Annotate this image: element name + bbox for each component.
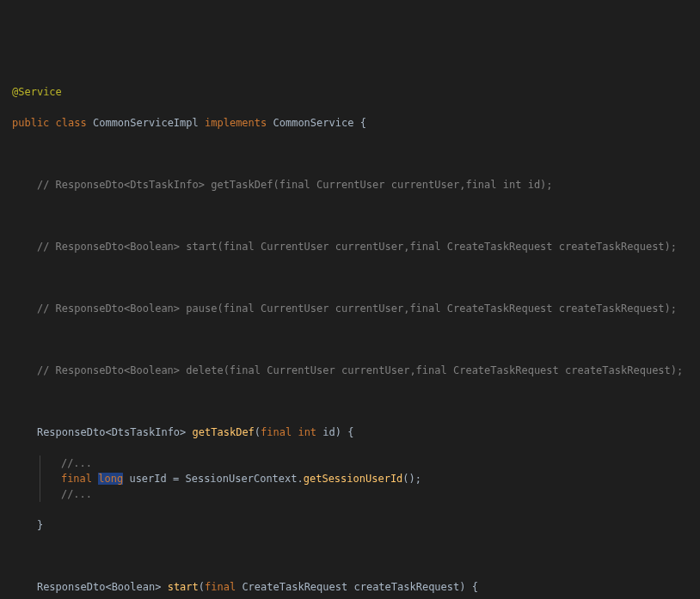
brace: { [360,117,366,129]
code-line: ResponseDto<Boolean> start(final CreateT… [12,579,688,595]
comment-line: // ResponseDto<DtsTaskInfo> getTaskDef(f… [37,179,553,191]
code-line: // ResponseDto<Boolean> delete(final Cur… [12,363,688,378]
brace: { [472,581,478,593]
type-boolean: Boolean [112,581,156,593]
angle-open: < [105,581,111,593]
keyword-final: final [261,426,292,438]
comment-line: // ResponseDto<Boolean> pause(final Curr… [37,303,677,315]
keyword-implements: implements [205,117,267,129]
keyword-class: class [56,117,87,129]
class-name: CommonServiceImpl [93,117,199,129]
keyword-long: long [98,473,123,485]
comment-line: //... [61,457,92,469]
param-id: id [322,426,335,438]
parens: () [402,473,414,485]
indent-guide: //... final long userId = SessionUserCon… [40,455,421,502]
code-line: ResponseDto<DtsTaskInfo> getTaskDef(fina… [12,425,688,440]
semicolon: ; [415,473,421,485]
var-userid: userId [129,473,166,485]
brace: } [37,519,43,531]
type-sessionusercontext: SessionUserContext [185,473,297,485]
paren: ) [335,426,341,438]
type-responsedto: ResponseDto [37,426,105,438]
code-line [12,270,688,285]
keyword-final: final [61,473,92,485]
dot: . [298,473,304,485]
angle-close: > [155,581,161,593]
type-createtaskrequest: CreateTaskRequest [242,581,347,593]
param-createtaskrequest: createTaskRequest [353,581,459,593]
keyword-final: final [205,581,236,593]
code-line: // ResponseDto<DtsTaskInfo> getTaskDef(f… [12,177,688,193]
comment-line: // ResponseDto<Boolean> start(final Curr… [37,241,677,253]
paren: ( [255,426,261,438]
keyword-public: public [12,117,49,129]
method-getsessionuserid: getSessionUserId [304,473,403,485]
paren: ( [199,581,205,593]
code-line [12,146,688,162]
brace: { [347,426,353,438]
equals: = [173,473,179,485]
comment-line: // ResponseDto<Boolean> delete(final Cur… [37,364,683,376]
code-line: @Service [12,84,688,100]
code-line [12,394,688,409]
annotation-name: Service [18,86,62,98]
comment-line: //... [61,488,92,500]
code-line: // ResponseDto<Boolean> start(final Curr… [12,239,688,254]
code-line: //... final long userId = SessionUserCon… [12,455,688,502]
code-line [12,208,688,223]
keyword-int: int [298,426,316,438]
method-gettaskdef: getTaskDef [193,426,255,438]
type-dtstaskinfo: DtsTaskInfo [112,426,180,438]
interface-name: CommonService [273,117,354,129]
code-line: // ResponseDto<Boolean> pause(final Curr… [12,301,688,316]
code-line [12,332,688,347]
angle-close: > [180,426,186,438]
code-editor: @Service public class CommonServiceImpl … [12,69,688,599]
paren: ) [459,581,465,593]
method-start: start [168,581,199,593]
type-responsedto: ResponseDto [37,581,105,593]
code-line: public class CommonServiceImpl implement… [12,115,688,131]
code-line: } [12,517,688,533]
angle-open: < [105,426,111,438]
code-line [12,548,688,564]
